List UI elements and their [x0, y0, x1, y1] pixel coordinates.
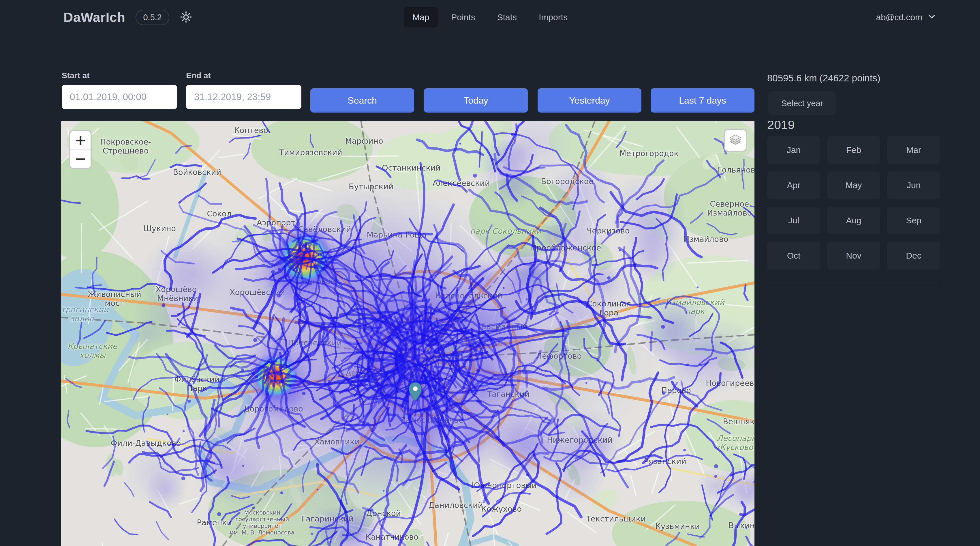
month-button-apr[interactable]: Apr — [767, 171, 820, 199]
month-button-sep[interactable]: Sep — [887, 207, 940, 234]
layers-control-button[interactable] — [724, 129, 747, 152]
app-title: DaWarIch — [64, 10, 125, 25]
heatmap-tracks-canvas — [61, 121, 754, 546]
today-button[interactable]: Today — [424, 88, 528, 113]
end-at-label: End at — [186, 71, 301, 80]
month-grid: Jan Feb Mar Apr May Jun Jul Aug Sep Oct … — [767, 136, 940, 270]
month-button-aug[interactable]: Aug — [827, 207, 880, 234]
search-button[interactable]: Search — [310, 88, 414, 113]
distance-points-summary: 80595.6 km (24622 points) — [767, 73, 880, 84]
nav-tab-map[interactable]: Map — [404, 7, 438, 27]
sun-icon — [180, 11, 192, 24]
zoom-out-button[interactable]: − — [70, 150, 91, 168]
yesterday-button[interactable]: Yesterday — [538, 88, 641, 113]
layers-icon — [729, 133, 742, 148]
start-at-input[interactable] — [62, 85, 177, 109]
selected-year-heading: 2019 — [767, 118, 795, 132]
nav-tab-stats[interactable]: Stats — [488, 7, 525, 27]
month-button-jul[interactable]: Jul — [767, 207, 820, 234]
app-header: DaWarIch 0.5.2 Map Points Stats Imports … — [0, 0, 980, 35]
month-button-dec[interactable]: Dec — [887, 242, 940, 270]
nav-tab-points[interactable]: Points — [442, 7, 484, 27]
start-at-label: Start at — [62, 71, 177, 80]
account-menu-button[interactable]: ab@cd.com — [874, 0, 939, 35]
select-year-button[interactable]: Select year — [768, 91, 836, 115]
map-view[interactable]: Покровское- СтрешневоКоптевоМарфиноТимир… — [61, 121, 754, 546]
nav-tab-imports[interactable]: Imports — [530, 7, 576, 27]
brand: DaWarIch 0.5.2 — [64, 0, 192, 35]
main-nav: Map Points Stats Imports — [404, 0, 576, 35]
zoom-in-button[interactable]: + — [70, 131, 91, 150]
map-pin-icon[interactable] — [408, 382, 423, 402]
month-button-jun[interactable]: Jun — [887, 171, 940, 199]
month-button-oct[interactable]: Oct — [767, 242, 820, 270]
version-badge: 0.5.2 — [135, 10, 169, 25]
month-button-may[interactable]: May — [827, 171, 880, 199]
account-email: ab@cd.com — [876, 13, 922, 22]
chevron-down-icon — [927, 11, 937, 23]
month-button-mar[interactable]: Mar — [887, 136, 940, 164]
zoom-control: + − — [69, 130, 92, 169]
start-at-field: Start at — [62, 71, 177, 109]
last-7-days-button[interactable]: Last 7 days — [651, 88, 754, 113]
month-button-jan[interactable]: Jan — [767, 136, 820, 164]
end-at-field: End at — [186, 71, 301, 109]
month-button-feb[interactable]: Feb — [827, 136, 880, 164]
sidebar-divider — [767, 282, 940, 282]
theme-toggle-button[interactable] — [180, 11, 192, 24]
month-button-nov[interactable]: Nov — [827, 242, 880, 270]
end-at-input[interactable] — [186, 85, 301, 109]
